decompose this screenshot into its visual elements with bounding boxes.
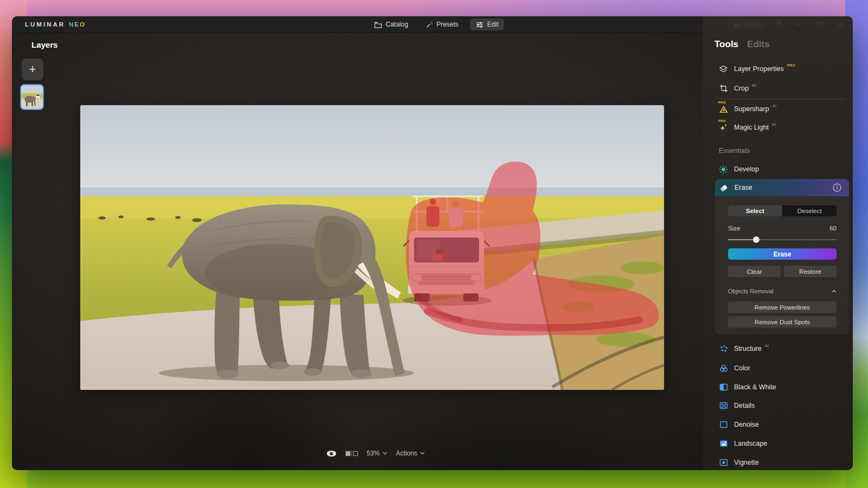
logo-suffix: NEO (69, 21, 86, 28)
details-icon (719, 401, 728, 410)
sidebar-item-denoise[interactable]: Denoise (719, 418, 759, 432)
tool-label: Landscape (734, 440, 767, 447)
tools-sidebar: Tools Edits Layer Properties PRO Crop AI… (703, 16, 853, 470)
layers-panel-title: Layers (31, 40, 58, 49)
sidebar-item-crop[interactable]: Crop AI (719, 81, 756, 95)
photo-canvas[interactable] (80, 105, 664, 390)
erase-tool-header[interactable]: Erase (715, 179, 849, 196)
pro-badge: PRO (787, 63, 796, 67)
preview-toggle[interactable] (326, 450, 337, 457)
eye-icon (326, 450, 337, 457)
remove-powerlines-label: Remove Powerlines (755, 304, 810, 311)
plus-icon: + (29, 62, 36, 76)
erase-apply-button[interactable]: Erase (728, 248, 837, 260)
zoom-dropdown[interactable]: 53% (367, 450, 387, 457)
tool-label: Details (734, 402, 755, 409)
ai-superscript: AI (772, 122, 776, 127)
magic-light-icon: PRO (719, 123, 728, 132)
app-logo: LUMINAR NEO (25, 21, 86, 28)
chevron-down-icon (382, 452, 387, 455)
sidebar-item-details[interactable]: Details (719, 399, 755, 413)
add-layer-button[interactable]: + (22, 59, 43, 80)
actions-dropdown[interactable]: Actions (396, 450, 425, 457)
sidebar-divider (718, 99, 845, 99)
structure-icon (719, 344, 728, 354)
tab-edits[interactable]: Edits (747, 39, 770, 50)
vignette-icon (719, 458, 728, 467)
clear-button[interactable]: Clear (728, 266, 781, 277)
black-white-icon (719, 383, 728, 392)
tool-label: Denoise (734, 421, 759, 428)
sidebar-item-layer-properties[interactable]: Layer Properties PRO (719, 62, 795, 76)
tool-label: Black & White (734, 383, 776, 391)
erase-button-label: Erase (774, 251, 792, 258)
compare-toggle[interactable] (346, 451, 358, 457)
ai-superscript: AI (752, 83, 756, 88)
remove-powerlines-button[interactable]: Remove Powerlines (728, 301, 837, 313)
brush-size-slider[interactable] (728, 236, 837, 243)
chevron-up-icon (832, 290, 837, 293)
restore-button[interactable]: Restore (784, 266, 837, 277)
clear-restore-row: Clear Restore (728, 266, 837, 277)
pro-mini-badge: PRO (718, 119, 726, 123)
eraser-icon (719, 183, 728, 192)
color-icon (719, 364, 728, 373)
sidebar-item-vignette[interactable]: Vignette (719, 455, 759, 470)
canvas-statusbar: 53% Actions (299, 447, 451, 459)
brush-size-row: Size 60 (728, 225, 837, 232)
sidebar-tabs: Tools Edits (714, 39, 770, 50)
layer-thumbnail[interactable] (20, 84, 44, 110)
sidebar-item-black-white[interactable]: Black & White (719, 380, 776, 394)
sidebar-item-color[interactable]: Color (719, 361, 750, 375)
wand-icon (425, 21, 432, 28)
view-tabs: Catalog Presets Edit (369, 18, 504, 30)
remove-dust-spots-button[interactable]: Remove Dust Spots (728, 316, 837, 328)
denoise-icon (719, 420, 728, 429)
tab-tools[interactable]: Tools (714, 39, 738, 50)
logo-text: LUMINAR (25, 21, 65, 28)
folder-icon (374, 21, 382, 28)
tool-label: Develop (734, 165, 759, 173)
slider-fill (728, 239, 756, 240)
restore-label: Restore (799, 268, 821, 275)
zoom-value: 53% (367, 450, 380, 457)
actions-label: Actions (396, 450, 417, 457)
select-mode-button[interactable]: Select (728, 206, 782, 216)
info-icon[interactable] (833, 183, 841, 192)
objects-removal-label: Objects Removal (728, 288, 774, 294)
compare-left-icon (346, 451, 350, 456)
sidebar-item-magic-light[interactable]: PRO Magic Light AI (719, 120, 776, 134)
tab-label: Presets (436, 21, 458, 28)
size-value: 60 (829, 225, 837, 232)
sliders-icon (476, 21, 483, 28)
tab-edit[interactable]: Edit (470, 18, 504, 30)
sidebar-item-landscape[interactable]: Landscape (719, 436, 767, 451)
tool-label: Supersharp (734, 105, 769, 113)
landscape-icon (719, 439, 728, 448)
erase-title: Erase (735, 184, 752, 191)
deselect-mode-button[interactable]: Deselect (782, 206, 837, 216)
sidebar-item-develop[interactable]: Develop (719, 162, 759, 176)
erase-tool-panel: Erase Select Deselect Size 60 Erase (715, 179, 849, 335)
slider-handle[interactable] (753, 236, 760, 243)
remove-dust-spots-label: Remove Dust Spots (755, 319, 810, 325)
tab-label: Catalog (386, 21, 408, 28)
develop-sun-icon (719, 165, 728, 174)
size-label: Size (728, 225, 740, 232)
tab-label: Edit (487, 21, 499, 28)
tool-label: Vignette (734, 459, 759, 466)
layers-icon (719, 65, 728, 74)
tool-label: Layer Properties (734, 65, 784, 73)
compare-right-icon (353, 451, 358, 456)
supersharp-icon: PRO (719, 105, 728, 114)
ai-superscript: AI (765, 343, 769, 348)
tab-catalog[interactable]: Catalog (369, 18, 413, 30)
sidebar-item-supersharp[interactable]: PRO Supersharp AI (719, 102, 776, 116)
clear-label: Clear (747, 268, 762, 275)
tab-presets[interactable]: Presets (420, 18, 464, 30)
tool-label: Magic Light (734, 124, 769, 131)
sidebar-item-structure[interactable]: Structure AI (719, 342, 769, 356)
objects-removal-header[interactable]: Objects Removal (728, 288, 837, 294)
compare-divider-icon (352, 451, 352, 457)
mask-mode-segmented: Select Deselect (728, 206, 837, 216)
